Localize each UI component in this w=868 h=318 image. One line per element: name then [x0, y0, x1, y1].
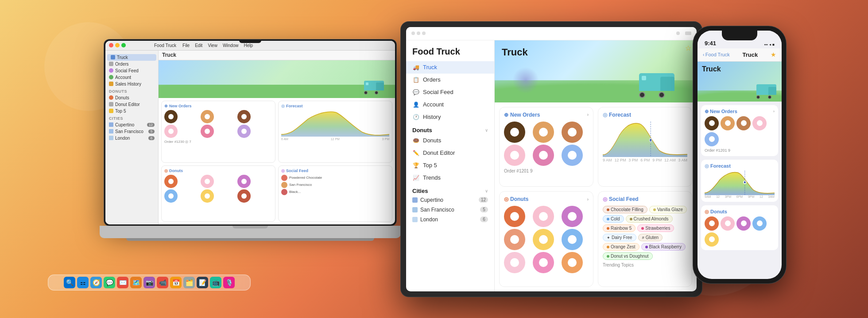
- ipad-tag-donut[interactable]: Donut vs Doughnut: [603, 252, 653, 260]
- iphone-scroll[interactable]: ⊕ New Orders › Order #1201 9: [698, 102, 782, 279]
- iphone-orders-chevron[interactable]: ›: [773, 109, 775, 114]
- ipad-city-sf[interactable]: San Francisco 5: [406, 205, 494, 215]
- ipad-tag-vanilla[interactable]: Vanilla Glaze: [649, 206, 687, 213]
- ipad-order-donut-5: [533, 145, 554, 166]
- mac-hero: [159, 60, 395, 98]
- ipad-orders-chevron[interactable]: ›: [587, 112, 589, 117]
- ipad-tag-strawberry[interactable]: Strawberries: [637, 224, 674, 232]
- mac-nav-truck[interactable]: Truck: [107, 54, 156, 61]
- iphone-wifi-icon: ◂: [769, 43, 771, 47]
- mac-wheel-left: [364, 91, 368, 94]
- mac-maximize-dot[interactable]: [121, 43, 126, 47]
- macbook-inner: Food Truck File Edit View Window Help: [105, 41, 395, 224]
- dock-finder[interactable]: 🔍: [64, 277, 75, 288]
- mac-nav-account[interactable]: Account: [105, 74, 158, 81]
- ipad-tag-orange-label: Orange Zest: [611, 244, 636, 249]
- ipad-nav-top5[interactable]: 🏆 Top 5: [406, 159, 494, 172]
- mac-donut-d1: [164, 175, 178, 188]
- iphone-order-donut-1: [705, 116, 719, 130]
- ipad-order-donut-4: [504, 145, 525, 166]
- ipad-section-cities-header[interactable]: Cities ∨: [406, 184, 494, 195]
- ipad-star-button[interactable]: ☆: [685, 44, 691, 52]
- mac-menu-view[interactable]: View: [208, 43, 217, 48]
- ipad-city-london[interactable]: London 6: [406, 215, 494, 224]
- ipad-nav-history-label: History: [423, 114, 441, 120]
- mac-menu-window[interactable]: Window: [223, 43, 239, 48]
- mac-nav-orders[interactable]: Orders: [105, 61, 158, 67]
- iphone-battery-icon: ■: [772, 43, 775, 47]
- ipad-nav-social[interactable]: 💬 Social Feed: [406, 86, 494, 98]
- mac-toolbar-title: Truck: [162, 52, 176, 58]
- ipad-tag-chocolate-dot: [607, 208, 609, 211]
- mac-nav-social[interactable]: Social Feed: [105, 67, 158, 74]
- ipad-tag-orange[interactable]: Orange Zest: [603, 243, 639, 251]
- ipad-tag-chocolate[interactable]: Chocolate Filling: [603, 206, 647, 213]
- iphone-panel-donuts: ◎ Donuts: [701, 205, 778, 250]
- orders-icon: [109, 62, 113, 66]
- mac-nav-top5[interactable]: Top 5: [105, 108, 158, 114]
- mac-menu-help[interactable]: Help: [244, 43, 253, 48]
- ipad-nav-donut-editor[interactable]: ✏️ Donut Editor: [406, 147, 494, 159]
- ipad-tag-cold[interactable]: Cold: [603, 215, 624, 223]
- ipad-donut-5: [533, 229, 554, 250]
- ipad-nav-top5-label: Top 5: [423, 162, 437, 169]
- ipad-top5-icon: 🏆: [412, 162, 419, 169]
- ipad-panel-donuts-title: ◎ Donuts ›: [504, 196, 589, 202]
- donut-editor-icon: [109, 102, 113, 106]
- ipad-section-donuts-header[interactable]: Donuts ∨: [406, 123, 494, 134]
- mac-city-london-label: London: [115, 136, 130, 141]
- ipad-cupertino-icon: [412, 197, 418, 203]
- mac-nav-donut-editor[interactable]: Donut Editor: [105, 101, 158, 108]
- ipad-tag-gluten-label: Gluten: [646, 235, 659, 240]
- mac-panel-donuts-title: ◎ Donuts: [164, 169, 272, 173]
- ipad-tag-black-dot: [645, 246, 648, 248]
- ipad-tag-rainbow[interactable]: Rainbow 5: [603, 224, 636, 232]
- macbook-base: [100, 226, 401, 238]
- ipad-nav-trends[interactable]: 📈 Trends: [406, 172, 494, 184]
- iphone-donut-1: [705, 216, 719, 231]
- mac-city-sf[interactable]: San Francisco 5: [105, 128, 158, 135]
- mac-close-dot[interactable]: [109, 43, 113, 47]
- mac-nav-orders-label: Orders: [115, 62, 129, 67]
- ipad-city-cupertino[interactable]: Cupertino 12: [406, 195, 494, 205]
- mac-city-london[interactable]: London 6: [105, 135, 158, 141]
- mac-truck-cabin: [376, 82, 384, 90]
- ipad-truck-cabin: [660, 77, 674, 91]
- ipad-dot-1: [411, 31, 415, 35]
- ipad-tag-black[interactable]: Black Raspberry: [641, 243, 686, 251]
- ipad-trending-label: Trending Topics: [603, 263, 687, 267]
- ipad-tag-dairy[interactable]: ✦ Dairy Free: [603, 234, 636, 241]
- ipad-sidebar: Food Truck 🚚 Truck 📋 Orders 💬 Social Fee…: [406, 40, 495, 291]
- ipad-tag-dairy-label: Dairy Free: [612, 235, 632, 240]
- ipad-nav-orders[interactable]: 📋 Orders: [406, 74, 494, 86]
- mac-nav-donuts[interactable]: Donuts: [105, 94, 158, 101]
- mac-menu-file[interactable]: File: [182, 43, 190, 48]
- ipad-donut-editor-icon: ✏️: [412, 149, 419, 157]
- ipad-nav-truck[interactable]: 🚚 Truck: [406, 61, 494, 74]
- iphone-star-button[interactable]: ★: [771, 51, 776, 58]
- svg-point-3: [744, 181, 746, 184]
- mac-truck-body: [364, 81, 384, 90]
- ipad-inner: Food Truck 🚚 Truck 📋 Orders 💬 Social Fee…: [406, 27, 697, 291]
- mac-minimize-dot[interactable]: [115, 43, 120, 47]
- iphone-wheel-l: [756, 95, 760, 99]
- iphone-back-button[interactable]: ‹ Food Truck: [703, 52, 730, 57]
- mac-nav-history[interactable]: Sales History: [105, 81, 158, 87]
- mac-content-grid: ⊕ New Orders: [159, 98, 395, 224]
- donuts-panel-icon: ◎: [164, 169, 168, 173]
- ipad-tag-donut-dot: [607, 255, 609, 258]
- mac-menu-edit[interactable]: Edit: [195, 43, 202, 48]
- ipad-nav-account[interactable]: 👤 Account: [406, 98, 494, 111]
- ipad-tag-almonds[interactable]: Crushed Almonds: [626, 215, 673, 223]
- mac-donut-5: [201, 125, 214, 138]
- mac-truck-wheels: [364, 91, 384, 94]
- mac-panel-social-title: ◎ Social Feed: [281, 169, 389, 173]
- ipad-hero: ☆ Truck: [495, 40, 697, 102]
- mac-city-cupertino[interactable]: Cupertino 12: [105, 122, 158, 128]
- ipad-nav-orders-label: Orders: [423, 76, 441, 83]
- ipad-nav-donuts[interactable]: 🍩 Donuts: [406, 134, 494, 147]
- ipad-nav-history[interactable]: 🕐 History: [406, 111, 494, 123]
- ipad-status-icons: [676, 31, 691, 35]
- ipad-tag-gluten[interactable]: # Gluten: [638, 234, 663, 241]
- ipad-donuts-chevron[interactable]: ›: [587, 197, 589, 202]
